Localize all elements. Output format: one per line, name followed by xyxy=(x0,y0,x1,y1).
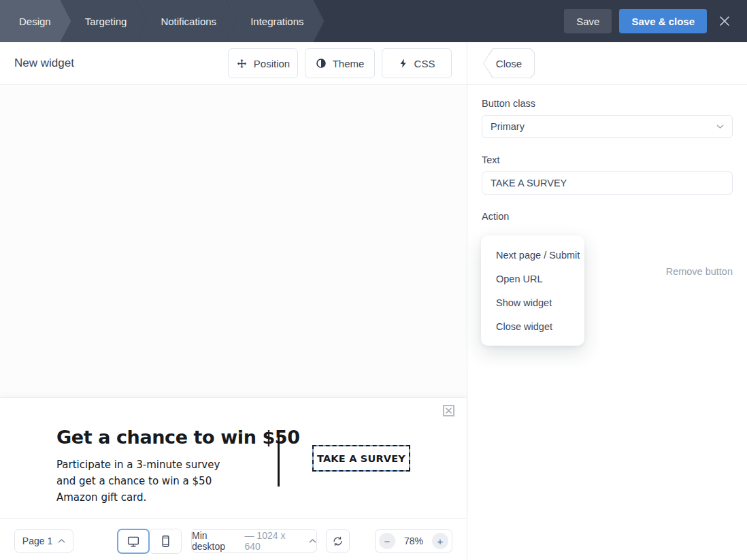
chevron-down-icon xyxy=(716,124,724,129)
lightning-icon xyxy=(399,58,408,69)
tab-targeting[interactable]: Targeting xyxy=(61,0,148,42)
button-class-value: Primary xyxy=(491,121,525,132)
menu-item-next-page-submit[interactable]: Next page / Submit xyxy=(481,243,584,267)
tab-design[interactable]: Design xyxy=(0,0,71,42)
top-bar: Design Targeting Notifications Integrati… xyxy=(0,0,747,42)
widget-survey-button[interactable]: TAKE A SURVEY xyxy=(312,445,410,472)
css-button[interactable]: CSS xyxy=(382,48,452,78)
page-selector[interactable]: Page 1 xyxy=(14,529,73,553)
menu-item-open-url[interactable]: Open URL xyxy=(481,267,584,291)
tab-notifications[interactable]: Notifications xyxy=(136,0,237,42)
close-builder-button[interactable] xyxy=(714,11,735,31)
top-bar-actions: Save Save & close xyxy=(564,0,747,42)
page-selector-label: Page 1 xyxy=(22,536,52,546)
widget-close-button[interactable] xyxy=(443,405,454,416)
widget-heading: Get a chance to win $50 xyxy=(56,427,300,448)
preview-toolbar: Page 1 Min desktop — 1024 x 640 xyxy=(0,518,467,560)
widget-preview: Get a chance to win $50 Participate in a… xyxy=(0,397,467,518)
button-class-select[interactable]: Primary xyxy=(482,115,733,138)
text-label: Text xyxy=(482,154,733,165)
widget-divider xyxy=(278,431,280,487)
zoom-out-button[interactable]: − xyxy=(379,533,395,549)
zoom-in-button[interactable]: + xyxy=(432,533,448,549)
position-button[interactable]: Position xyxy=(228,48,298,78)
page-title: New widget xyxy=(14,56,74,70)
zoom-level-value: 78% xyxy=(404,536,423,546)
close-icon xyxy=(446,408,452,414)
action-label: Action xyxy=(482,211,733,222)
refresh-preview-button[interactable] xyxy=(326,529,350,553)
settings-panel-content: Button class Primary Text Action + Add a… xyxy=(468,85,747,248)
viewport-size-label: Min desktop xyxy=(192,530,240,552)
contrast-icon xyxy=(316,58,327,69)
step-tabs: Design Targeting Notifications Integrati… xyxy=(0,0,325,42)
button-class-label: Button class xyxy=(482,98,733,109)
theme-button[interactable]: Theme xyxy=(305,48,375,78)
menu-item-show-widget[interactable]: Show widget xyxy=(481,291,584,314)
sub-header-left: New widget Position Theme CSS xyxy=(0,42,467,84)
desktop-view-button[interactable] xyxy=(117,529,150,554)
sub-header-right: Close xyxy=(467,42,747,84)
move-icon xyxy=(236,58,248,69)
preview-pane: Get a chance to win $50 Participate in a… xyxy=(0,85,467,560)
save-and-close-button[interactable]: Save & close xyxy=(619,9,707,33)
save-button[interactable]: Save xyxy=(564,9,612,33)
close-panel-button-label: Close xyxy=(484,49,534,78)
close-panel-button[interactable]: Close xyxy=(483,48,535,78)
action-dropdown-menu: Next page / Submit Open URL Show widget … xyxy=(481,235,584,346)
close-icon xyxy=(718,15,731,27)
chevron-up-icon xyxy=(309,538,316,544)
text-field-wrap xyxy=(482,171,733,195)
sub-header: New widget Position Theme CSS xyxy=(0,42,747,85)
mobile-view-button[interactable] xyxy=(149,529,182,554)
desktop-icon xyxy=(127,536,140,548)
settings-panel: Button class Primary Text Action + Add a… xyxy=(468,85,747,560)
viewport-size-selector[interactable]: Min desktop — 1024 x 640 xyxy=(191,529,317,553)
mobile-icon xyxy=(161,535,170,548)
zoom-control: − 78% + xyxy=(375,529,452,553)
refresh-icon xyxy=(332,536,344,547)
tab-integrations[interactable]: Integrations xyxy=(226,0,324,42)
viewport-size-value: — 1024 x 640 xyxy=(244,530,301,552)
position-button-label: Position xyxy=(254,58,290,69)
remove-button-link[interactable]: Remove button xyxy=(666,266,733,277)
menu-item-close-widget[interactable]: Close widget xyxy=(481,314,584,338)
chevron-up-icon xyxy=(58,538,65,544)
widget-description: Participate in a 3-minute survey and get… xyxy=(56,457,235,506)
widget-builder-app: Design Targeting Notifications Integrati… xyxy=(0,0,747,560)
theme-button-label: Theme xyxy=(333,58,365,69)
button-text-input[interactable] xyxy=(491,178,724,188)
css-button-label: CSS xyxy=(414,58,435,69)
